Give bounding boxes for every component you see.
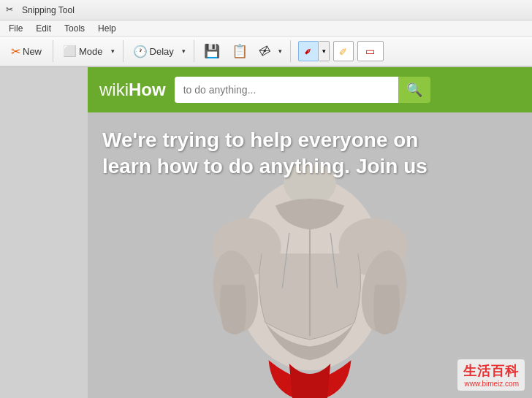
wikihow-header: wikiHow 🔍: [88, 67, 532, 112]
content-area: wikiHow 🔍 We're trying to help everyone …: [0, 67, 532, 398]
wikihow-logo-bold: How: [129, 80, 166, 99]
wikihow-banner-text: We're trying to help everyone on learn h…: [102, 127, 532, 180]
menu-help[interactable]: Help: [92, 22, 122, 35]
separator-2: [123, 40, 123, 62]
draw-tools: ✒ ▾ ✏ ▭: [298, 41, 384, 61]
highlighter-button[interactable]: ✏: [333, 41, 354, 61]
eraser-button[interactable]: ▭: [357, 41, 384, 61]
wikihow-banner: We're trying to help everyone on learn h…: [88, 112, 532, 398]
send-button[interactable]: ✉: [254, 39, 276, 63]
separator-1: [53, 40, 53, 62]
wikihow-search-input[interactable]: [175, 77, 398, 103]
watermark-url: www.bimeiz.com: [463, 380, 519, 388]
wikihow-logo: wikiHow: [99, 80, 166, 100]
send-icon: ✉: [256, 42, 273, 61]
new-label: New: [23, 46, 42, 57]
search-icon: 🔍: [406, 82, 422, 98]
muscle-figure: [193, 164, 427, 398]
toolbar: ✂ New ⬜ Mode ▾ 🕐 Delay ▾ 💾 📋 ✉ ▾: [0, 37, 532, 67]
delay-button[interactable]: 🕐 Delay: [128, 39, 179, 63]
watermark-text: 生活百科: [463, 362, 519, 380]
mode-dropdown-arrow[interactable]: ▾: [108, 39, 118, 63]
copy-icon: 📋: [232, 43, 248, 59]
send-dropdown-arrow[interactable]: ▾: [276, 39, 286, 63]
delay-dropdown: 🕐 Delay ▾: [128, 39, 189, 63]
delay-icon: 🕐: [133, 45, 148, 58]
menu-edit[interactable]: Edit: [30, 22, 57, 35]
send-dropdown: ✉ ▾: [254, 39, 286, 63]
banner-line-2: learn how to do anything. Join us: [102, 153, 532, 180]
wikihow-logo-regular: wiki: [99, 80, 129, 99]
menu-tools[interactable]: Tools: [58, 22, 91, 35]
pen-icon: ✒: [301, 44, 316, 58]
pen-tool-dropdown-arrow[interactable]: ▾: [319, 41, 330, 61]
highlighter-icon: ✏: [336, 44, 351, 58]
mode-dropdown: ⬜ Mode ▾: [58, 39, 118, 63]
app-title: Snipping Tool: [22, 5, 75, 15]
delay-label: Delay: [150, 46, 174, 57]
menu-bar: File Edit Tools Help: [0, 20, 532, 37]
menu-file[interactable]: File: [3, 22, 28, 35]
wikihow-search-button[interactable]: 🔍: [398, 77, 430, 103]
wikihow-search-box: 🔍: [175, 77, 430, 103]
mode-label: Mode: [79, 46, 103, 57]
new-button[interactable]: ✂ New: [4, 39, 48, 63]
separator-3: [194, 40, 194, 62]
left-gray-area: [0, 67, 88, 398]
banner-line-1: We're trying to help everyone on: [102, 127, 532, 153]
separator-4: [290, 40, 291, 62]
delay-dropdown-arrow[interactable]: ▾: [179, 39, 189, 63]
save-button[interactable]: 💾: [199, 39, 225, 63]
wikihow-content: wikiHow 🔍 We're trying to help everyone …: [88, 67, 532, 398]
copy-button[interactable]: 📋: [227, 39, 253, 63]
pen-tool-button[interactable]: ✒: [298, 41, 319, 61]
watermark: 生活百科 www.bimeiz.com: [457, 359, 525, 391]
eraser-icon: ▭: [365, 45, 375, 57]
title-bar: ✂ Snipping Tool: [0, 0, 532, 20]
mode-icon: ⬜: [63, 45, 77, 58]
save-icon: 💾: [204, 43, 220, 59]
mode-button[interactable]: ⬜ Mode: [58, 39, 108, 63]
new-icon: ✂: [11, 45, 20, 58]
app-icon: ✂: [6, 4, 18, 16]
